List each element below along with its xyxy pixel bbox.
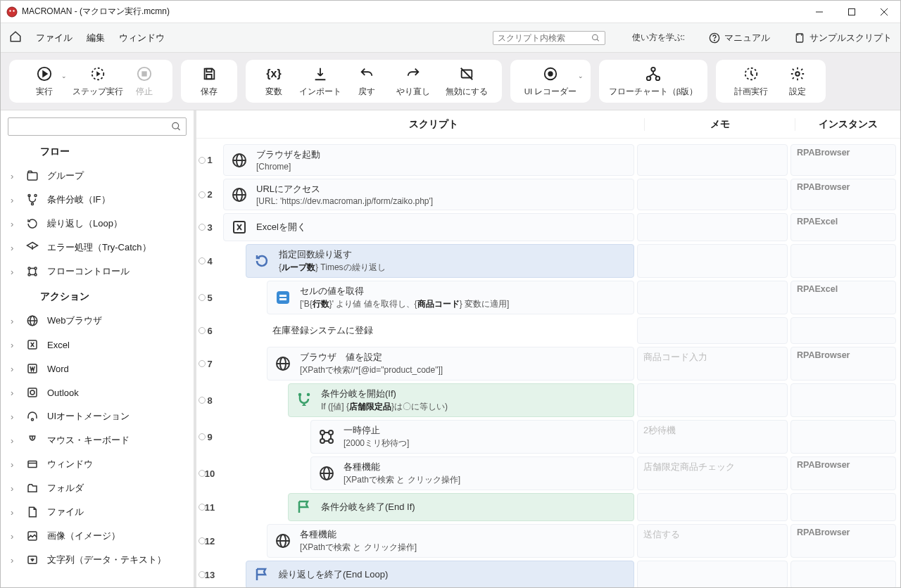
breakpoint-icon[interactable]	[199, 224, 206, 231]
script-row[interactable]: 11条件分岐を終了(End If)	[196, 492, 900, 523]
row-memo[interactable]: 商品コード入力	[637, 347, 788, 381]
home-icon[interactable]	[9, 30, 22, 45]
stop-button[interactable]: 停止	[125, 65, 164, 97]
sample-script-link[interactable]: サンプルスクリプト	[794, 32, 892, 44]
row-body[interactable]: ブラウザ 値を設定[XPathで検索//*[@id="product_code"…	[267, 347, 634, 381]
step-button[interactable]: ステップ実行	[71, 65, 125, 97]
minimize-button[interactable]	[803, 1, 836, 23]
script-row[interactable]: 8条件分岐を開始(If)If ([値] {店舗限定品}は〇に等しい)	[196, 382, 900, 418]
sidebar-action-item[interactable]: ›文字列（データ・テキスト）	[1, 548, 194, 572]
ui-recorder-button[interactable]: UI レコーダー ⌄	[519, 65, 582, 97]
undo-button[interactable]: 戻す	[347, 65, 386, 97]
row-body[interactable]: セルの値を取得['B{行数}' より値 値を取得し、{商品コード} 変数に適用]	[267, 281, 634, 314]
sidebar-action-item[interactable]: ›Outlook	[1, 381, 194, 404]
disable-button[interactable]: 無効にする	[440, 65, 493, 97]
row-instance[interactable]	[790, 317, 896, 344]
import-button[interactable]: インポート	[294, 65, 347, 97]
run-button[interactable]: 実行 ⌄	[18, 65, 71, 97]
flowchart-button[interactable]: フローチャート（β版）	[607, 65, 699, 97]
row-instance[interactable]	[790, 561, 896, 587]
settings-button[interactable]: 設定	[778, 65, 817, 97]
script-row[interactable]: 5セルの値を取得['B{行数}' より値 値を取得し、{商品コード} 変数に適用…	[196, 279, 900, 316]
row-instance[interactable]: RPABrowser	[790, 456, 896, 490]
script-row[interactable]: 9一時停止[2000ミリ秒待つ]2秒待機	[196, 418, 900, 455]
redo-button[interactable]: やり直し	[386, 65, 440, 97]
row-memo[interactable]: 2秒待機	[637, 420, 788, 454]
row-memo[interactable]	[637, 244, 788, 278]
script-row[interactable]: 10各種機能[XPathで検索 と クリック操作]店舗限定商品チェックRPABr…	[196, 455, 900, 492]
row-instance[interactable]: RPAExcel	[790, 213, 896, 241]
sidebar-flow-item[interactable]: ›条件分岐（IF）	[1, 188, 194, 212]
row-memo[interactable]: 送信する	[637, 524, 788, 558]
script-row[interactable]: 12各種機能[XPathで検索 と クリック操作]送信するRPABrowser	[196, 523, 900, 559]
sidebar-search-input[interactable]	[13, 122, 171, 132]
menu-window[interactable]: ウィンドウ	[119, 32, 165, 44]
sidebar-action-item[interactable]: ›ファイル	[1, 500, 194, 524]
row-instance[interactable]: RPABrowser	[790, 347, 896, 381]
script-row[interactable]: 4指定回数繰り返す{ループ数} Timesの繰り返し	[196, 243, 900, 279]
plan-button[interactable]: 計画実行	[724, 65, 778, 97]
row-instance[interactable]	[790, 420, 896, 454]
row-instance[interactable]: RPAExcel	[790, 281, 896, 314]
breakpoint-icon[interactable]	[199, 537, 206, 544]
row-body[interactable]: Excelを開く	[223, 213, 634, 241]
sidebar-flow-item[interactable]: ›グループ	[1, 164, 194, 188]
row-memo[interactable]	[637, 213, 788, 241]
script-row[interactable]: 3Excelを開くRPAExcel	[196, 212, 900, 243]
variables-button[interactable]: {x} 変数	[254, 65, 294, 97]
breakpoint-icon[interactable]	[199, 191, 206, 198]
breakpoint-icon[interactable]	[199, 504, 206, 511]
row-instance[interactable]: RPABrowser	[790, 144, 896, 176]
row-memo[interactable]	[637, 493, 788, 521]
sidebar-action-item[interactable]: ›ウィンドウ	[1, 452, 194, 476]
breakpoint-icon[interactable]	[199, 360, 206, 367]
row-instance[interactable]	[790, 383, 896, 417]
row-body[interactable]: 条件分岐を開始(If)If ([値] {店舗限定品}は〇に等しい)	[288, 383, 634, 417]
script-row[interactable]: 13繰り返しを終了(End Loop)	[196, 559, 900, 587]
script-row[interactable]: 6在庫登録システムに登録	[196, 316, 900, 345]
breakpoint-icon[interactable]	[199, 571, 206, 578]
breakpoint-icon[interactable]	[199, 327, 206, 334]
save-button[interactable]: 保存	[189, 65, 229, 97]
sidebar-action-item[interactable]: ›Word	[1, 357, 194, 381]
breakpoint-icon[interactable]	[199, 397, 206, 404]
row-body[interactable]: URLにアクセス[URL: 'https://dev.macroman.jp/f…	[223, 179, 634, 210]
script-row[interactable]: 2URLにアクセス[URL: 'https://dev.macroman.jp/…	[196, 177, 900, 212]
row-instance[interactable]: RPABrowser	[790, 524, 896, 558]
breakpoint-icon[interactable]	[199, 470, 206, 477]
sidebar-search[interactable]	[8, 117, 187, 136]
breakpoint-icon[interactable]	[199, 433, 206, 440]
row-memo[interactable]	[637, 179, 788, 210]
sidebar-action-item[interactable]: ›画像（イメージ）	[1, 524, 194, 548]
breakpoint-icon[interactable]	[199, 257, 206, 264]
sidebar-action-item[interactable]: ›UIオートメーション	[1, 404, 194, 428]
row-memo[interactable]	[637, 561, 788, 587]
script-search-box[interactable]	[493, 31, 605, 45]
row-body[interactable]: 一時停止[2000ミリ秒待つ]	[310, 420, 634, 454]
rec-dropdown-icon[interactable]: ⌄	[578, 72, 584, 79]
run-dropdown-icon[interactable]: ⌄	[61, 72, 67, 79]
row-memo[interactable]	[637, 281, 788, 314]
manual-link[interactable]: マニュアル	[709, 32, 770, 44]
row-body[interactable]: 各種機能[XPathで検索 と クリック操作]	[267, 524, 634, 558]
row-body[interactable]: 繰り返しを終了(End Loop)	[246, 561, 634, 587]
row-body[interactable]: 指定回数繰り返す{ループ数} Timesの繰り返し	[246, 244, 634, 278]
breakpoint-icon[interactable]	[199, 294, 206, 301]
sidebar-action-item[interactable]: ›Webブラウザ	[1, 309, 194, 333]
script-row[interactable]: 7ブラウザ 値を設定[XPathで検索//*[@id="product_code…	[196, 345, 900, 382]
sidebar-flow-item[interactable]: ›フローコントロール	[1, 260, 194, 283]
row-instance[interactable]	[790, 493, 896, 521]
sidebar-action-item[interactable]: ›マウス・キーボード	[1, 428, 194, 452]
row-body[interactable]: 各種機能[XPathで検索 と クリック操作]	[310, 456, 634, 490]
sidebar-action-item[interactable]: ›フォルダ	[1, 476, 194, 500]
row-instance[interactable]: RPABrowser	[790, 179, 896, 210]
row-body[interactable]: ブラウザを起動[Chrome]	[223, 144, 634, 176]
script-search-input[interactable]	[498, 33, 591, 43]
sidebar-action-item[interactable]: ›Excel	[1, 333, 194, 357]
sidebar-flow-item[interactable]: ›エラー処理（Try-Catch）	[1, 236, 194, 260]
row-memo[interactable]	[637, 383, 788, 417]
sidebar-flow-item[interactable]: ›繰り返し（Loop）	[1, 212, 194, 236]
row-memo[interactable]	[637, 144, 788, 176]
row-body[interactable]: 条件分岐を終了(End If)	[288, 493, 634, 521]
menu-edit[interactable]: 編集	[87, 32, 105, 44]
